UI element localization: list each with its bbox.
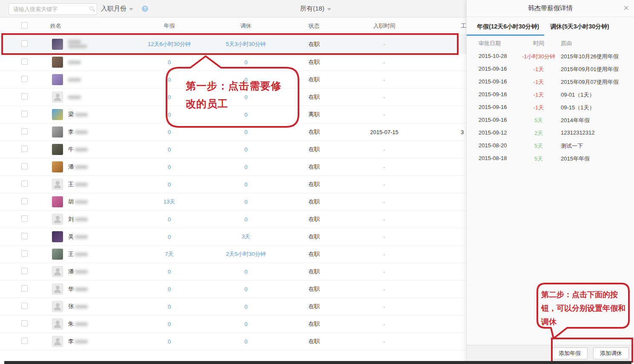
row-checkbox[interactable] bbox=[21, 128, 28, 135]
help-icon[interactable]: ? bbox=[142, 6, 148, 12]
annual-leave-value[interactable]: 0 bbox=[141, 94, 198, 100]
select-all-checkbox[interactable] bbox=[21, 22, 28, 29]
status-text: 在职 bbox=[294, 285, 334, 293]
scope-filter-dropdown[interactable]: 所有(18) bbox=[300, 0, 331, 17]
row-checkbox-cell bbox=[0, 163, 47, 171]
annual-leave-value[interactable]: 0 bbox=[141, 321, 198, 327]
comp-leave-value[interactable]: 0 bbox=[198, 129, 294, 135]
annual-leave-value[interactable]: 0 bbox=[141, 146, 198, 153]
table-row[interactable]: 梁00离职- bbox=[0, 106, 467, 123]
leave-time-delta: 5天 bbox=[517, 155, 560, 163]
row-checkbox[interactable] bbox=[21, 58, 28, 65]
row-checkbox[interactable] bbox=[21, 285, 28, 292]
table-row[interactable]: 吴03天在职- bbox=[0, 228, 467, 246]
row-checkbox-cell bbox=[0, 76, 47, 83]
comp-leave-value[interactable]: 0 bbox=[198, 338, 294, 345]
annual-leave-value[interactable]: 0 bbox=[141, 304, 198, 310]
comp-leave-value[interactable]: 2天5小时30分钟 bbox=[198, 250, 294, 258]
annual-leave-value[interactable]: 7天 bbox=[141, 250, 198, 258]
avatar bbox=[52, 126, 63, 138]
row-checkbox[interactable] bbox=[21, 268, 28, 274]
table-row[interactable]: 刘00在职- bbox=[0, 211, 467, 228]
annual-leave-value[interactable]: 0 bbox=[141, 286, 198, 292]
tab-comp-leave[interactable]: 调休(5天3小时30分钟) bbox=[544, 23, 614, 36]
row-checkbox[interactable] bbox=[21, 233, 28, 239]
name-cell: 梁 bbox=[47, 109, 141, 120]
row-checkbox[interactable] bbox=[21, 181, 28, 187]
row-checkbox[interactable] bbox=[21, 40, 28, 47]
table-row[interactable]: 00在职- bbox=[0, 89, 467, 106]
add-comp-leave-button[interactable]: 添加调休 bbox=[593, 347, 629, 359]
name-cell: 李 bbox=[47, 336, 141, 347]
comp-leave-value[interactable]: 0 bbox=[198, 164, 294, 170]
table-row[interactable]: 00在职- bbox=[0, 71, 467, 89]
table-row[interactable]: 张00在职- bbox=[0, 298, 467, 315]
hire-date: - bbox=[334, 164, 434, 170]
comp-leave-value[interactable]: 5天3小时30分钟 bbox=[198, 40, 294, 48]
row-checkbox[interactable] bbox=[21, 146, 28, 152]
row-checkbox[interactable] bbox=[21, 93, 28, 100]
annual-leave-value[interactable]: 12天6小时30分钟 bbox=[141, 40, 198, 48]
employee-rows: 12天6小时30分钟5天3小时30分钟在职-00在职-00在职-00在职-梁00… bbox=[0, 35, 467, 350]
row-checkbox-cell bbox=[0, 285, 47, 293]
annual-leave-value[interactable]: 0 bbox=[141, 77, 198, 83]
comp-leave-value[interactable]: 0 bbox=[198, 216, 294, 223]
tab-annual-leave[interactable]: 年假(12天6小时30分钟) bbox=[467, 23, 544, 36]
comp-leave-value[interactable]: 0 bbox=[198, 286, 294, 292]
close-icon[interactable]: × bbox=[623, 3, 629, 13]
table-row[interactable]: 李00在职- bbox=[0, 333, 467, 350]
hire-month-filter-dropdown[interactable]: 入职月份 bbox=[101, 0, 133, 17]
leave-reason: 12312312312 bbox=[561, 129, 631, 136]
comp-leave-value[interactable]: 0 bbox=[198, 321, 294, 327]
annual-leave-value[interactable]: 0 bbox=[141, 234, 198, 240]
annual-leave-value[interactable]: 0 bbox=[141, 112, 198, 118]
comp-leave-value[interactable]: 0 bbox=[198, 304, 294, 310]
comp-leave-value[interactable]: 0 bbox=[198, 181, 294, 188]
search-box bbox=[9, 3, 97, 15]
table-row[interactable]: 胡13天0在职- bbox=[0, 193, 467, 211]
table-row[interactable]: 牛00在职- bbox=[0, 141, 467, 158]
annual-leave-value[interactable]: 0 bbox=[141, 181, 198, 188]
annual-leave-value[interactable]: 13天 bbox=[141, 198, 198, 206]
comp-leave-value[interactable]: 0 bbox=[198, 112, 294, 118]
name-cell: 胡 bbox=[47, 196, 141, 207]
annual-leave-value[interactable]: 0 bbox=[141, 216, 198, 223]
annual-leave-value[interactable]: 0 bbox=[141, 129, 198, 135]
row-checkbox[interactable] bbox=[21, 250, 28, 257]
comp-leave-value[interactable]: 0 bbox=[198, 94, 294, 100]
comp-leave-value[interactable]: 0 bbox=[198, 199, 294, 205]
table-row[interactable]: 12天6小时30分钟5天3小时30分钟在职- bbox=[0, 35, 467, 54]
comp-leave-value[interactable]: 0 bbox=[198, 146, 294, 153]
row-checkbox[interactable] bbox=[21, 303, 28, 309]
hire-date: - bbox=[334, 234, 434, 240]
employee-name bbox=[68, 95, 81, 99]
row-checkbox[interactable] bbox=[21, 163, 28, 169]
leave-time-delta: 5天 bbox=[517, 117, 560, 124]
table-row[interactable]: 朱00在职- bbox=[0, 315, 467, 333]
search-input[interactable] bbox=[9, 3, 97, 15]
row-checkbox[interactable] bbox=[21, 76, 28, 82]
comp-leave-value[interactable]: 0 bbox=[198, 59, 294, 66]
status-text: 在职 bbox=[294, 76, 334, 83]
annual-leave-value[interactable]: 0 bbox=[141, 338, 198, 345]
table-row[interactable]: 华00在职- bbox=[0, 281, 467, 298]
row-checkbox[interactable] bbox=[21, 111, 28, 117]
table-row[interactable]: 王00在职- bbox=[0, 176, 467, 193]
comp-leave-value[interactable]: 3天 bbox=[198, 233, 294, 241]
row-checkbox[interactable] bbox=[21, 198, 28, 204]
table-row[interactable]: 00在职- bbox=[0, 54, 467, 71]
comp-leave-value[interactable]: 0 bbox=[198, 77, 294, 83]
table-row[interactable]: 潘00在职- bbox=[0, 158, 467, 176]
avatar bbox=[52, 301, 63, 312]
table-row[interactable]: 王7天2天5小时30分钟在职- bbox=[0, 246, 467, 263]
row-checkbox[interactable] bbox=[21, 320, 28, 327]
add-annual-leave-button[interactable]: 添加年假 bbox=[552, 347, 588, 359]
table-row[interactable]: 潘00在职- bbox=[0, 263, 467, 281]
comp-leave-value[interactable]: 0 bbox=[198, 269, 294, 275]
annual-leave-value[interactable]: 0 bbox=[141, 269, 198, 275]
annual-leave-value[interactable]: 0 bbox=[141, 164, 198, 170]
row-checkbox[interactable] bbox=[21, 215, 28, 222]
row-checkbox[interactable] bbox=[21, 338, 28, 344]
table-row[interactable]: 李00在职2015-07-153 bbox=[0, 123, 467, 141]
annual-leave-value[interactable]: 0 bbox=[141, 59, 198, 66]
